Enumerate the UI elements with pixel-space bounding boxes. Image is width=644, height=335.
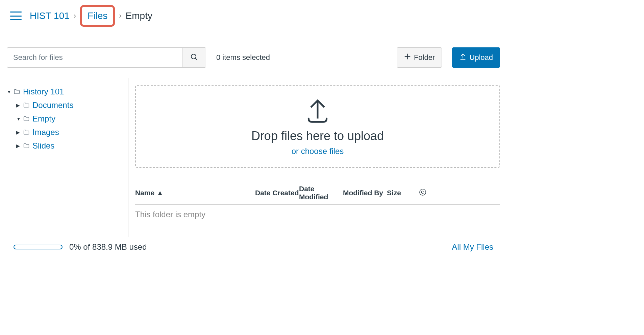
expand-icon[interactable]: ▶: [16, 103, 20, 108]
toolbar: 0 items selected Folder Upload: [0, 37, 507, 78]
folder-button-label: Folder: [414, 53, 435, 62]
svg-point-0: [191, 54, 196, 59]
main-area: ▼ History 101 ▶ Documents ▼: [0, 78, 507, 237]
breadcrumb-files-link[interactable]: Files: [88, 10, 107, 21]
svg-line-1: [195, 58, 197, 60]
dropzone-title: Drop files here to upload: [251, 129, 384, 143]
folder-icon: [14, 88, 20, 95]
upload-button[interactable]: Upload: [452, 47, 500, 68]
upload-arrow-icon: [304, 97, 331, 126]
header-date-created[interactable]: Date Created: [255, 189, 299, 197]
empty-folder-message: This folder is empty: [135, 205, 500, 224]
svg-point-7: [420, 189, 426, 195]
quota-progress-bar: [14, 245, 63, 249]
tree-item-label[interactable]: Images: [32, 128, 59, 137]
tree-root[interactable]: ▼ History 101: [7, 85, 121, 98]
chevron-right-icon: ›: [119, 12, 121, 20]
breadcrumb-current: Empty: [126, 10, 152, 21]
tree-item-label[interactable]: Documents: [32, 100, 73, 110]
choose-files-link[interactable]: or choose files: [292, 147, 344, 156]
search-input[interactable]: [7, 48, 182, 67]
plus-icon: [404, 53, 411, 62]
hamburger-menu-icon[interactable]: [10, 12, 22, 20]
upload-button-label: Upload: [469, 53, 493, 62]
table-header: Name ▲ Date Created Date Modified Modifi…: [135, 181, 500, 205]
header-date-modified[interactable]: Date Modified: [299, 185, 343, 201]
tree-item-documents[interactable]: ▶ Documents: [16, 98, 121, 112]
search-wrap: [7, 47, 206, 68]
sort-asc-icon: ▲: [156, 189, 164, 197]
breadcrumb-bar: HIST 101 › Files › Empty: [0, 0, 507, 37]
folder-icon: [23, 102, 30, 109]
tree-item-label[interactable]: Empty: [32, 114, 55, 124]
folder-icon: [23, 142, 30, 149]
all-my-files-link[interactable]: All My Files: [452, 242, 493, 252]
tree-item-slides[interactable]: ▶ Slides: [16, 139, 121, 153]
collapse-icon[interactable]: ▼: [16, 116, 20, 121]
chevron-right-icon: ›: [74, 12, 76, 20]
collapse-icon[interactable]: ▼: [7, 89, 11, 94]
tree-item-empty[interactable]: ▼ Empty: [16, 112, 121, 126]
folder-icon: [23, 115, 30, 122]
search-button[interactable]: [182, 48, 206, 67]
breadcrumb-course-link[interactable]: HIST 101: [30, 10, 70, 21]
tree-item-images[interactable]: ▶ Images: [16, 126, 121, 139]
footer: 0% of 838.9 MB used All My Files: [0, 237, 507, 260]
add-folder-button[interactable]: Folder: [397, 47, 442, 68]
upload-icon: [459, 53, 467, 62]
search-icon: [190, 53, 198, 62]
header-size[interactable]: Size: [387, 189, 419, 197]
tree-item-label[interactable]: Slides: [32, 141, 54, 151]
file-dropzone[interactable]: Drop files here to upload or choose file…: [135, 85, 500, 168]
folder-icon: [23, 129, 30, 136]
tree-root-label[interactable]: History 101: [23, 87, 64, 96]
highlight-annotation: Files: [80, 5, 115, 27]
quota-text: 0% of 838.9 MB used: [69, 242, 147, 252]
copyright-icon: [419, 188, 426, 198]
items-selected-text: 0 items selected: [216, 53, 270, 62]
expand-icon[interactable]: ▶: [16, 130, 20, 135]
header-name[interactable]: Name ▲: [135, 189, 255, 197]
content-area: Drop files here to upload or choose file…: [128, 78, 507, 237]
header-modified-by[interactable]: Modified By: [343, 189, 387, 197]
expand-icon[interactable]: ▶: [16, 143, 20, 149]
header-usage-rights[interactable]: [419, 188, 432, 198]
folder-tree: ▼ History 101 ▶ Documents ▼: [0, 78, 128, 237]
